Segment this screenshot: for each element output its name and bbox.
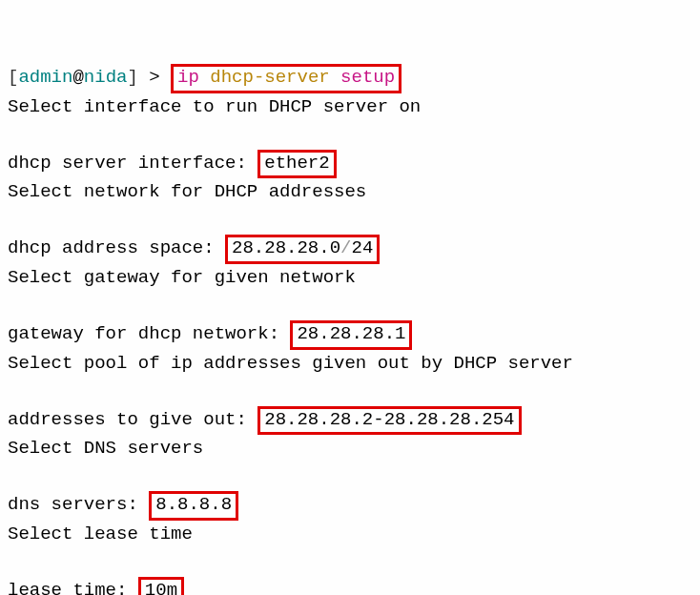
output-line: Select interface to run DHCP server on xyxy=(8,96,421,117)
terminal-output: [admin@nida] > ip dhcp-server setup Sele… xyxy=(8,64,692,595)
value-addresses-out: 28.28.28.2-28.28.28.254 xyxy=(257,406,521,436)
label-lease-time: lease time: xyxy=(8,580,138,595)
label-gateway: gateway for dhcp network: xyxy=(8,323,290,344)
bracket-close: ] xyxy=(127,67,137,88)
prompt-gt: > xyxy=(149,67,159,88)
label-dns: dns servers: xyxy=(8,494,149,515)
label-addresses-out: addresses to give out: xyxy=(8,409,257,430)
prompt-host: nida xyxy=(84,67,128,88)
value-dns: 8.8.8.8 xyxy=(149,491,238,521)
label-interface: dhcp server interface: xyxy=(8,153,257,174)
output-line: Select lease time xyxy=(8,523,193,544)
prompt-user: admin xyxy=(18,67,72,88)
bracket-open: [ xyxy=(8,67,18,88)
label-address-space: dhcp address space: xyxy=(8,237,225,258)
output-line: Select network for DHCP addresses xyxy=(8,181,366,202)
prompt-at: @ xyxy=(72,67,83,88)
output-line: Select DNS servers xyxy=(8,438,203,459)
cmd-ip: ip xyxy=(177,67,199,88)
value-address-space: 28.28.28.0/24 xyxy=(225,235,380,264)
command-highlight: ip dhcp-server setup xyxy=(171,64,401,93)
cmd-dhcp-server: dhcp-server xyxy=(210,67,329,88)
cmd-setup: setup xyxy=(340,67,395,88)
value-lease-time: 10m xyxy=(138,577,184,595)
output-line: Select pool of ip addresses given out by… xyxy=(8,353,573,374)
value-gateway: 28.28.28.1 xyxy=(290,320,412,350)
value-interface: ether2 xyxy=(257,150,336,179)
output-line: Select gateway for given network xyxy=(8,267,356,288)
